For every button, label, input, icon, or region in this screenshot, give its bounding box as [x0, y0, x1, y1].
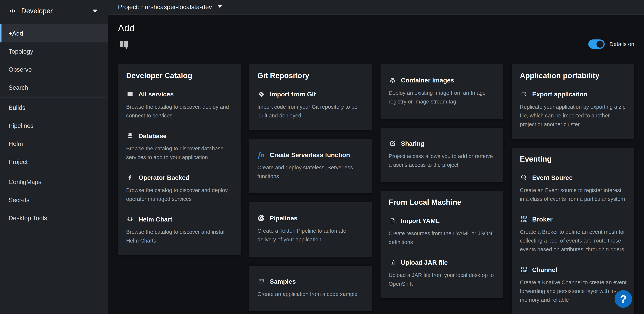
add-item-samples[interactable]: Samples Create an application from a cod… [257, 278, 364, 299]
add-item-label: Create Serverless function [270, 151, 350, 159]
sidebar-item-observe[interactable]: Observe [0, 60, 108, 78]
add-item-description: Create an Event source to register inter… [520, 186, 627, 203]
add-item-description: Browse the catalog to discover, deploy a… [126, 103, 233, 120]
add-item-broker[interactable]: 10101101 Broker Create a Broker to defin… [520, 215, 627, 254]
add-item-label: Upload JAR file [401, 259, 448, 266]
binary-icon: 10101101 [520, 215, 528, 223]
add-item-database[interactable]: Database Browse the catalog to discover … [126, 132, 233, 162]
sidebar-item-builds[interactable]: Builds [0, 99, 108, 117]
add-item-description: Import code from your Git repository to … [257, 103, 364, 120]
add-item-description: Create a Knative Channel to create an ev… [520, 278, 627, 304]
svg-text:1101: 1101 [520, 270, 527, 273]
add-item-helm-chart[interactable]: Helm Chart Browse the catalog to discove… [126, 215, 233, 245]
add-item-import-from-git[interactable]: Import from Git Import code from your Gi… [257, 90, 364, 120]
project-selector[interactable]: Project: harshcasper-localsta-dev [108, 0, 644, 14]
sidebar-item-desktop-tools[interactable]: Desktop Tools [0, 209, 108, 227]
add-item-description: Browse the catalog to discover and deplo… [126, 186, 233, 203]
card-sharing[interactable]: Sharing Project access allows you to add… [380, 128, 503, 182]
toggle-knob [596, 40, 604, 48]
add-item-channel[interactable]: 10101101 Channel Create a Knative Channe… [520, 266, 627, 304]
add-item-description: Create a Tekton Pipeline to automate del… [257, 227, 364, 244]
add-item-label: Channel [532, 266, 557, 274]
add-item-description: Upload a JAR file from your local deskto… [389, 271, 496, 288]
sidebar-item-search[interactable]: Search [0, 78, 108, 97]
quick-starts-button[interactable] [118, 38, 130, 50]
serverless-fn-icon: fn [257, 151, 265, 159]
card-column: Container images Deploy an existing Imag… [380, 64, 503, 298]
event-source-icon [520, 174, 528, 181]
add-item-label: Sharing [401, 140, 425, 147]
card-pipelines[interactable]: Pipelines Create a Tekton Pipeline to au… [249, 202, 372, 257]
add-item-import-yaml[interactable]: Import YAML Create resources from their … [389, 217, 496, 247]
add-item-container-images[interactable]: Container images Deploy an existing Imag… [389, 76, 496, 106]
binary-icon: 10101101 [520, 266, 528, 274]
sidebar-item-topology[interactable]: Topology [0, 42, 108, 60]
sidebar-nav: +Add Topology Observe Search Builds Pipe… [0, 22, 108, 227]
code-icon [8, 7, 16, 15]
card-container-images[interactable]: Container images Deploy an existing Imag… [380, 64, 503, 119]
add-item-description: Create a Broker to define an event mesh … [520, 228, 627, 254]
add-item-label: Database [138, 132, 166, 140]
card-title: Developer Catalog [126, 71, 233, 80]
add-item-label: Samples [270, 278, 296, 285]
add-item-label: Export application [532, 91, 588, 98]
perspective-switcher[interactable]: Developer [0, 0, 108, 22]
add-item-pipelines[interactable]: Pipelines Create a Tekton Pipeline to au… [257, 214, 364, 244]
book-plus-icon [118, 38, 130, 50]
add-item-create-serverless-function[interactable]: fn Create Serverless function Create and… [257, 151, 364, 181]
sidebar-item-helm[interactable]: Helm [0, 135, 108, 153]
database-icon [126, 132, 134, 140]
card-samples[interactable]: Samples Create an application from a cod… [249, 266, 372, 311]
add-item-description: Browse the catalog to discover database … [126, 144, 233, 162]
add-item-export-application[interactable]: Export application Replicate your applic… [520, 90, 627, 129]
add-item-label: Operator Backed [138, 174, 190, 181]
main-area: Project: harshcasper-localsta-dev Add De… [108, 0, 644, 314]
chevron-down-icon [92, 9, 98, 13]
perspective-label: Developer [21, 7, 53, 15]
sidebar-item-pipelines[interactable]: Pipelines [0, 117, 108, 135]
details-toggle-switch[interactable] [588, 39, 605, 49]
details-toggle-label: Details on [610, 41, 634, 47]
add-item-label: Event Source [532, 174, 573, 181]
card-serverless-function[interactable]: fn Create Serverless function Create and… [249, 139, 372, 193]
add-item-event-source[interactable]: Event Source Create an Event source to r… [520, 174, 627, 203]
add-item-label: Broker [532, 216, 553, 223]
card-developer-catalog: Developer Catalog All services Browse th… [118, 64, 240, 255]
add-item-sharing[interactable]: Sharing Project access allows you to add… [389, 140, 496, 169]
details-toggle-group: Details on [588, 39, 634, 49]
add-item-description: Create resources from their YAML or JSON… [389, 229, 496, 247]
openshift-developer-console: Developer +Add Topology Observe Search B… [0, 0, 644, 314]
page-title: Add [118, 23, 634, 33]
add-cards-grid: Developer Catalog All services Browse th… [118, 64, 634, 314]
add-item-label: Import YAML [401, 217, 440, 225]
sidebar-item-secrets[interactable]: Secrets [0, 191, 108, 209]
share-icon [389, 140, 396, 147]
export-icon [520, 90, 528, 98]
help-button[interactable]: ? [614, 290, 632, 308]
chevron-down-icon [218, 5, 222, 9]
add-item-upload-jar-file[interactable]: Upload JAR file Upload a JAR file from y… [389, 259, 496, 288]
add-item-description: Browse the catalog to discover and insta… [126, 228, 233, 245]
add-item-operator-backed[interactable]: Operator Backed Browse the catalog to di… [126, 174, 233, 203]
add-page: Add Details on Developer Catalog [108, 23, 644, 314]
add-item-label: All services [138, 91, 174, 98]
card-title: From Local Machine [389, 198, 496, 206]
add-item-all-services[interactable]: All services Browse the catalog to disco… [126, 90, 233, 120]
card-title: Eventing [520, 155, 627, 163]
svg-text:1101: 1101 [520, 219, 527, 223]
add-item-description: Create an application from a code sample [257, 290, 364, 299]
card-git-repository: Git Repository Import from Git Import co… [249, 64, 372, 130]
card-column: Git Repository Import from Git Import co… [249, 64, 372, 311]
add-item-description: Project access allows you to add or remo… [389, 152, 496, 169]
svg-text:1010: 1010 [520, 266, 527, 270]
sidebar-item-project[interactable]: Project [0, 153, 108, 171]
sidebar-item-add[interactable]: +Add [0, 24, 108, 42]
add-item-label: Import from Git [270, 91, 316, 98]
add-item-label: Pipelines [270, 215, 298, 222]
add-item-label: Helm Chart [138, 216, 172, 223]
sidebar-item-configmaps[interactable]: ConfigMaps [0, 173, 108, 191]
add-item-description: Replicate your application by exporting … [520, 103, 627, 129]
card-title: Git Repository [257, 71, 364, 80]
card-title: Application portability [520, 71, 627, 80]
git-icon [257, 90, 265, 98]
